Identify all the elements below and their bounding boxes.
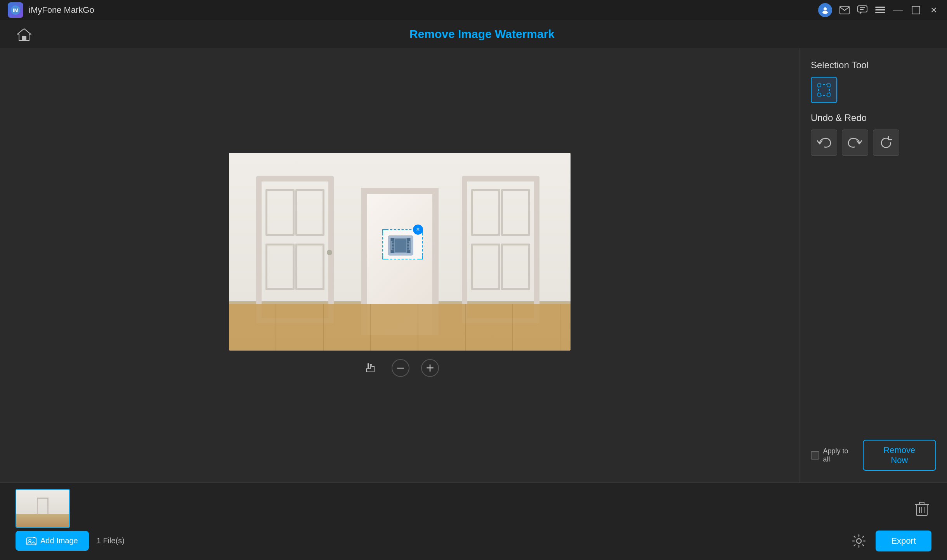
svg-rect-8 [875, 7, 885, 8]
remove-now-button[interactable]: Remove Now [863, 440, 936, 471]
svg-rect-13 [22, 36, 26, 40]
watermark-close-button[interactable]: × [413, 225, 423, 235]
file-count: 1 File(s) [97, 536, 125, 545]
door-left [256, 176, 334, 323]
app-logo: iM [8, 2, 23, 18]
svg-rect-9 [875, 9, 885, 10]
navbar: Remove Image Watermark [0, 20, 947, 48]
user-icon[interactable] [818, 3, 832, 17]
refresh-button[interactable] [873, 130, 899, 156]
svg-point-25 [407, 244, 409, 247]
svg-rect-31 [827, 93, 830, 96]
undo-redo-label: Undo & Redo [811, 112, 936, 123]
floor [229, 304, 571, 351]
add-image-label: Add Image [40, 536, 78, 545]
close-button[interactable]: × [928, 5, 939, 16]
svg-rect-19 [407, 250, 410, 253]
titlebar: iM iMyFone MarkGo [0, 0, 947, 20]
undo-redo-grid [811, 130, 936, 156]
svg-rect-28 [818, 84, 821, 87]
svg-rect-18 [407, 238, 410, 241]
hand-tool-button[interactable] [361, 358, 380, 378]
file-strip [16, 489, 931, 528]
watermark-icon [385, 233, 416, 258]
svg-point-21 [392, 241, 394, 244]
bottom-area: Add Image 1 File(s) Export [0, 482, 947, 560]
apply-to-all-label: Apply to all [823, 447, 857, 463]
svg-point-2 [824, 7, 827, 10]
svg-rect-10 [875, 12, 885, 13]
menu-icon[interactable] [875, 5, 886, 16]
thumbnail-item[interactable] [16, 489, 70, 528]
bottom-row: Add Image 1 File(s) Export [16, 528, 931, 554]
thumbnail-image [16, 490, 69, 527]
delete-files-button[interactable] [912, 499, 931, 518]
bottom-right [912, 499, 931, 518]
watermark-selection[interactable]: × [382, 225, 423, 259]
svg-point-22 [392, 244, 394, 247]
corner-tl [382, 229, 386, 233]
undo-button[interactable] [811, 130, 837, 156]
svg-point-44 [857, 539, 861, 543]
zoom-out-button[interactable]: − [392, 359, 409, 377]
right-panel: Selection Tool Undo & Redo [800, 48, 947, 482]
app-title: iMyFone MarkGo [29, 5, 94, 15]
main-content: × [0, 48, 947, 482]
svg-rect-11 [912, 6, 920, 14]
selection-tool-grid [811, 77, 936, 103]
page-title: Remove Image Watermark [33, 28, 931, 41]
titlebar-controls: — × [818, 3, 939, 17]
svg-point-3 [822, 11, 828, 14]
canvas-area: × [0, 48, 800, 482]
room-photo: × [229, 153, 571, 351]
action-bar: Apply to all Remove Now [811, 440, 936, 471]
chat-icon[interactable] [857, 5, 868, 16]
svg-rect-29 [827, 84, 830, 87]
selection-tool-label: Selection Tool [811, 60, 936, 71]
svg-point-24 [407, 241, 409, 244]
svg-rect-30 [818, 93, 821, 96]
image-container: × [229, 153, 571, 351]
door-right [462, 176, 539, 323]
svg-rect-16 [391, 238, 394, 241]
image-toolbar: − + [361, 358, 439, 378]
svg-point-26 [407, 247, 409, 250]
svg-rect-40 [27, 538, 36, 545]
svg-rect-20 [395, 239, 406, 252]
zoom-in-button[interactable]: + [421, 359, 439, 377]
maximize-button[interactable] [911, 5, 921, 16]
apply-to-all-checkbox[interactable]: Apply to all [811, 447, 857, 463]
titlebar-left: iM iMyFone MarkGo [8, 2, 94, 18]
selection-box-tool[interactable] [811, 77, 837, 103]
svg-point-23 [392, 247, 394, 250]
minimize-button[interactable]: — [893, 5, 904, 16]
mail-icon[interactable] [839, 5, 850, 16]
corner-br [419, 256, 423, 259]
settings-button[interactable] [850, 532, 868, 550]
redo-button[interactable] [842, 130, 868, 156]
home-button[interactable] [16, 26, 33, 43]
svg-text:iM: iM [13, 7, 18, 13]
add-image-button[interactable]: Add Image [16, 531, 89, 551]
svg-rect-17 [391, 250, 394, 253]
export-button[interactable]: Export [876, 531, 931, 551]
checkbox[interactable] [811, 451, 819, 460]
